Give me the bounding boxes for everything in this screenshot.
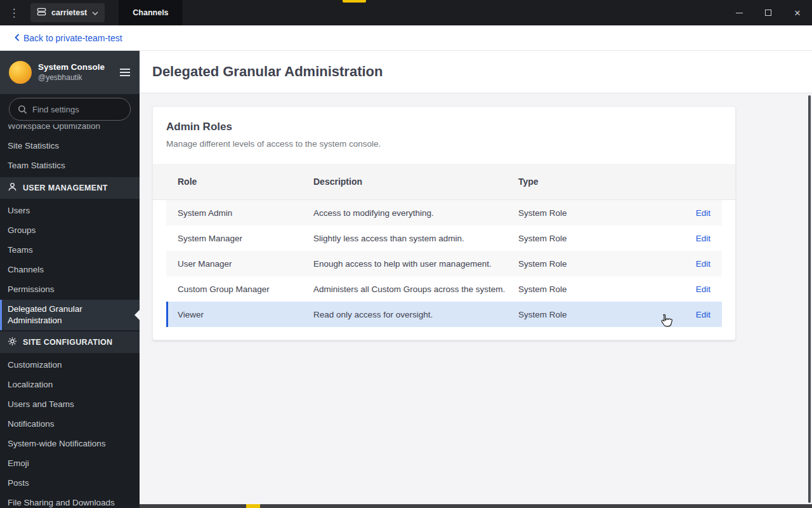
type-cell: System Role (518, 234, 678, 243)
page-header: Delegated Granular Administration (140, 51, 812, 93)
team-icon (37, 7, 46, 18)
window-minimize-button[interactable] (724, 0, 754, 25)
sidebar-item-file-sharing-and-downloads[interactable]: File Sharing and Downloads (0, 493, 140, 508)
column-description: Description (313, 177, 518, 187)
sidebar-item-localization[interactable]: Localization (0, 375, 140, 395)
back-link-label: Back to private-team-test (23, 33, 122, 43)
sidebar-item-team-statistics[interactable]: Team Statistics (0, 156, 140, 176)
maximize-icon (765, 10, 771, 16)
console-username: @yesbhautik (38, 73, 105, 83)
role-cell: Custom Group Manager (178, 284, 313, 294)
type-cell: System Role (518, 284, 678, 294)
settings-search (0, 94, 140, 124)
table-row: System Admin Access to modifying everyth… (166, 200, 722, 225)
back-link[interactable]: Back to private-team-test (15, 33, 122, 43)
screen-share-indicator-bottom (246, 504, 260, 508)
role-cell: Viewer (178, 310, 313, 319)
gear-icon (8, 337, 17, 348)
close-icon: × (794, 8, 801, 18)
page-title: Delegated Granular Administration (152, 64, 383, 80)
type-cell: System Role (518, 208, 678, 218)
sidebar-item-delegated-granular-administration[interactable]: Delegated Granular Administration (0, 300, 140, 330)
sidebar-item-users-and-teams[interactable]: Users and Teams (0, 395, 140, 415)
card-title: Admin Roles (166, 121, 722, 133)
console-title: System Console (38, 62, 105, 73)
sidebar-item-notifications[interactable]: Notifications (0, 415, 140, 434)
edit-link[interactable]: Edit (696, 259, 710, 269)
sidebar-item-users[interactable]: Users (0, 201, 140, 221)
role-cell: System Admin (178, 208, 313, 218)
sidebar: System Console @yesbhautik Workspace Opt… (0, 51, 140, 508)
sidebar-item-groups[interactable]: Groups (0, 221, 140, 241)
settings-search-input[interactable] (9, 98, 131, 121)
window-controls: × (724, 0, 812, 25)
card-header: Admin Roles Manage different levels of a… (153, 107, 735, 164)
table-header: Role Description Type (153, 164, 735, 200)
tab-channels[interactable]: Channels (119, 0, 182, 25)
card-subtitle: Manage different levels of access to the… (166, 139, 722, 149)
sidebar-item-teams[interactable]: Teams (0, 241, 140, 260)
sidebar-item-channels[interactable]: Channels (0, 260, 140, 280)
sidebar-item-system-wide-notifications[interactable]: System-wide Notifications (0, 434, 140, 454)
backbar: Back to private-team-test (0, 25, 812, 51)
edit-link[interactable]: Edit (696, 208, 710, 218)
app-menu-icon[interactable]: ⋮ (0, 6, 28, 20)
sidebar-item-permissions[interactable]: Permissions (0, 280, 140, 300)
column-type: Type (518, 177, 678, 187)
console-titles: System Console @yesbhautik (38, 62, 105, 83)
edit-link[interactable]: Edit (696, 234, 710, 243)
sidebar-header: System Console @yesbhautik (0, 51, 140, 94)
table-row: System Manager Slightly less access than… (166, 225, 722, 251)
main-content: Delegated Granular Administration Admin … (140, 51, 812, 508)
screen-share-indicator (343, 0, 366, 3)
user-icon (8, 182, 17, 194)
section-site-configuration: SITE CONFIGURATION (0, 331, 140, 353)
back-chevron-icon (15, 33, 20, 43)
window-close-button[interactable]: × (783, 0, 812, 25)
table-row-highlighted: Viewer Read only access for oversight. S… (166, 302, 722, 327)
page-body: Admin Roles Manage different levels of a… (140, 93, 812, 508)
team-name: carrietest (51, 8, 87, 17)
role-cell: System Manager (178, 234, 313, 243)
content-area: System Console @yesbhautik Workspace Opt… (0, 51, 812, 508)
sidebar-item-posts[interactable]: Posts (0, 474, 140, 493)
description-cell: Access to modifying everything. (313, 208, 518, 218)
table-body: System Admin Access to modifying everyth… (153, 200, 735, 327)
titlebar: ⋮ carrietest Channels × (0, 0, 812, 25)
edit-link[interactable]: Edit (696, 284, 710, 294)
description-cell: Slightly less access than system admin. (313, 234, 518, 243)
role-cell: User Manager (178, 259, 313, 269)
bottom-edge (140, 504, 812, 508)
section-user-management-label: USER MANAGEMENT (23, 184, 108, 192)
hamburger-menu-icon[interactable] (119, 68, 131, 77)
table-row: User Manager Enough access to help with … (166, 251, 722, 276)
sidebar-item-site-statistics[interactable]: Site Statistics (0, 137, 140, 156)
avatar (9, 61, 32, 84)
sidebar-item-emoji[interactable]: Emoji (0, 454, 140, 474)
type-cell: System Role (518, 259, 678, 269)
edit-link[interactable]: Edit (696, 310, 710, 319)
column-role: Role (178, 177, 313, 187)
type-cell: System Role (518, 310, 678, 319)
minimize-icon (736, 13, 743, 13)
vertical-scrollbar[interactable] (808, 95, 811, 503)
sidebar-item-workspace-optimization[interactable]: Workspace Optimization (0, 124, 140, 137)
admin-roles-card: Admin Roles Manage different levels of a… (152, 106, 736, 340)
sidebar-item-customization[interactable]: Customization (0, 356, 140, 375)
section-site-configuration-label: SITE CONFIGURATION (23, 338, 112, 347)
window-maximize-button[interactable] (754, 0, 783, 25)
description-cell: Read only access for oversight. (313, 310, 518, 319)
section-user-management: USER MANAGEMENT (0, 177, 140, 199)
sidebar-nav: Workspace Optimization Site Statistics T… (0, 124, 140, 508)
table-row: Custom Group Manager Administers all Cus… (166, 276, 722, 302)
description-cell: Administers all Custom Groups across the… (313, 284, 518, 294)
description-cell: Enough access to help with user manageme… (313, 259, 518, 269)
team-selector[interactable]: carrietest (30, 3, 105, 22)
chevron-down-icon (92, 8, 98, 17)
